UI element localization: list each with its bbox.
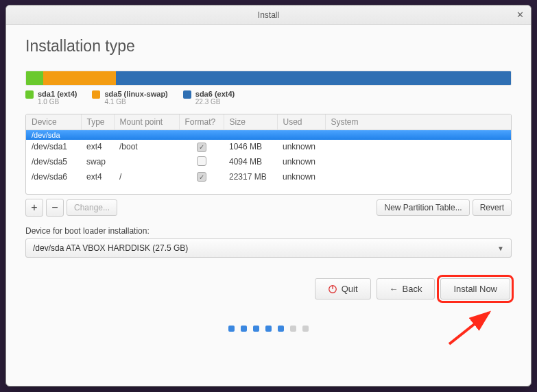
col-mount[interactable]: Mount point [114,114,179,130]
progress-dot [228,326,235,332]
chevron-down-icon: ▼ [497,245,504,252]
cell-size: 4094 MB [224,154,277,170]
partition-table: Device Type Mount point Format? Size Use… [25,114,512,195]
format-checkbox[interactable] [197,156,206,166]
legend-item: sda5 (linux-swap)4.1 GB [92,90,167,106]
cell-mount: /boot [114,140,179,154]
cell-type: ext4 [81,140,114,154]
cell-system [325,170,511,184]
table-row[interactable]: /dev/sda1ext4/boot✓1046 MBunknown [26,140,511,154]
cell-device: /dev/sda6 [26,170,81,184]
partition-segment [26,71,43,85]
bootloader-label: Device for boot loader installation: [25,226,512,236]
legend-item: sda6 (ext4)22.3 GB [183,90,235,106]
progress-dot [241,326,247,332]
arrow-left-icon: ← [390,284,398,294]
add-partition-button[interactable]: + [25,199,43,217]
install-label: Install Now [453,284,497,294]
cell-type: swap [81,154,114,170]
partition-legend: sda1 (ext4)1.0 GBsda5 (linux-swap)4.1 GB… [25,90,512,106]
format-checkbox[interactable]: ✓ [197,172,206,182]
legend-swatch [183,90,191,99]
partition-segment [43,71,115,85]
window-title: Install [258,10,279,20]
progress-dots [25,326,512,332]
progress-dot [290,326,296,332]
bootloader-value: /dev/sda ATA VBOX HARDDISK (27.5 GB) [33,243,188,253]
legend-size: 4.1 GB [104,98,167,106]
format-checkbox[interactable]: ✓ [197,143,206,152]
cell-system [325,154,511,170]
table-row[interactable]: /dev/sda6ext4/✓22317 MBunknown [26,170,511,184]
bootloader-select[interactable]: /dev/sda ATA VBOX HARDDISK (27.5 GB) ▼ [25,238,512,258]
legend-swatch [25,90,34,99]
legend-item: sda1 (ext4)1.0 GB [25,90,77,106]
cell-used: unknown [277,154,325,170]
progress-dot [302,326,309,332]
remove-partition-button[interactable]: − [46,199,64,217]
cell-type: ext4 [81,170,114,184]
cell-format[interactable]: ✓ [179,140,224,154]
cell-size: 22317 MB [224,170,277,184]
cell-mount: / [114,170,179,184]
change-partition-button[interactable]: Change... [67,199,117,216]
col-type[interactable]: Type [81,114,114,130]
cell-system [325,140,511,154]
back-label: Back [403,284,422,294]
col-system[interactable]: System [325,114,511,130]
col-format[interactable]: Format? [179,114,224,130]
new-partition-table-button[interactable]: New Partition Table... [377,199,469,216]
power-icon [328,284,337,294]
table-row[interactable]: /dev/sda5swap4094 MBunknown [26,154,511,170]
content: Installation type sda1 (ext4)1.0 GBsda5 … [6,25,531,386]
progress-dot [253,326,259,332]
partition-toolbar: + − Change... New Partition Table... Rev… [25,199,512,217]
col-used[interactable]: Used [277,114,325,130]
install-now-button[interactable]: Install Now [440,278,510,299]
cell-format[interactable]: ✓ [179,170,224,184]
quit-label: Quit [342,284,358,294]
cell-mount [114,154,179,170]
legend-swatch [92,90,100,99]
cell-used: unknown [277,170,325,184]
progress-dot [265,326,272,332]
titlebar: Install ✕ [6,5,531,25]
table-header-row: Device Type Mount point Format? Size Use… [26,114,511,130]
disk-header-row[interactable]: /dev/sda [26,130,511,140]
progress-dot [278,326,284,332]
cell-size: 1046 MB [224,140,277,154]
legend-size: 22.3 GB [195,98,235,106]
legend-label: sda5 (linux-swap) [104,90,167,98]
disk-header-label: /dev/sda [26,130,511,140]
nav-row: Quit ← Back Install Now [25,278,512,299]
cell-device: /dev/sda5 [26,154,81,170]
cell-used: unknown [277,140,325,154]
install-window: Install ✕ Installation type sda1 (ext4)1… [5,5,532,387]
col-device[interactable]: Device [26,114,81,130]
quit-button[interactable]: Quit [315,278,371,299]
cell-device: /dev/sda1 [26,140,81,154]
revert-button[interactable]: Revert [473,199,512,216]
partition-bar [25,71,512,86]
col-size[interactable]: Size [224,114,277,130]
back-button[interactable]: ← Back [377,278,435,299]
page-title: Installation type [25,37,512,56]
legend-label: sda6 (ext4) [195,90,235,98]
cell-format[interactable] [179,154,224,170]
partition-segment [116,71,511,85]
close-icon[interactable]: ✕ [514,9,525,20]
legend-size: 1.0 GB [38,98,77,106]
legend-label: sda1 (ext4) [38,90,77,98]
